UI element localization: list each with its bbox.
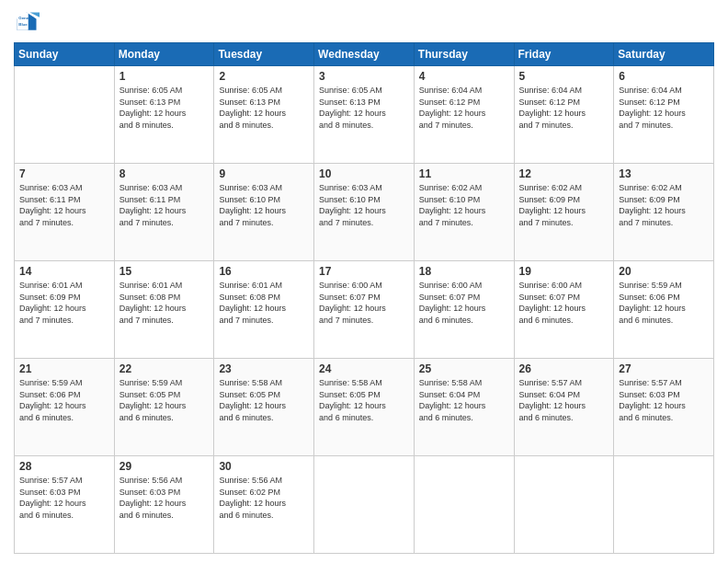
calendar-cell: 2Sunrise: 6:05 AM Sunset: 6:13 PM Daylig… (214, 66, 314, 164)
header: General Blue (14, 9, 714, 35)
calendar-cell (314, 456, 415, 554)
day-number: 11 (419, 167, 509, 180)
calendar-cell: 26Sunrise: 5:57 AM Sunset: 6:04 PM Dayli… (514, 359, 614, 456)
col-monday: Monday (114, 43, 214, 66)
day-info: Sunrise: 6:01 AM Sunset: 6:08 PM Dayligh… (219, 280, 309, 326)
calendar-cell: 19Sunrise: 6:00 AM Sunset: 6:07 PM Dayli… (514, 261, 614, 359)
day-number: 23 (219, 362, 309, 375)
col-wednesday: Wednesday (314, 43, 415, 66)
day-number: 16 (219, 265, 309, 278)
day-info: Sunrise: 5:58 AM Sunset: 6:05 PM Dayligh… (219, 377, 309, 423)
day-number: 4 (419, 70, 509, 83)
day-number: 3 (319, 70, 409, 83)
day-number: 18 (419, 265, 509, 278)
calendar-cell: 28Sunrise: 5:57 AM Sunset: 6:03 PM Dayli… (15, 456, 115, 554)
calendar-cell: 1Sunrise: 6:05 AM Sunset: 6:13 PM Daylig… (114, 66, 214, 164)
day-info: Sunrise: 5:59 AM Sunset: 6:06 PM Dayligh… (619, 280, 709, 326)
day-number: 21 (19, 362, 109, 375)
day-number: 20 (619, 265, 709, 278)
day-number: 2 (219, 70, 309, 83)
day-info: Sunrise: 5:59 AM Sunset: 6:06 PM Dayligh… (19, 377, 109, 423)
calendar-cell: 23Sunrise: 5:58 AM Sunset: 6:05 PM Dayli… (214, 359, 314, 456)
calendar-cell: 9Sunrise: 6:03 AM Sunset: 6:10 PM Daylig… (214, 164, 314, 261)
day-number: 22 (119, 362, 210, 375)
day-info: Sunrise: 5:57 AM Sunset: 6:03 PM Dayligh… (19, 475, 109, 521)
day-number: 6 (619, 70, 709, 83)
day-number: 10 (319, 167, 409, 180)
svg-text:General: General (18, 16, 33, 20)
calendar-cell: 16Sunrise: 6:01 AM Sunset: 6:08 PM Dayli… (214, 261, 314, 359)
day-number: 15 (119, 265, 210, 278)
logo-icon: General Blue (14, 9, 40, 35)
calendar-cell (414, 456, 514, 554)
col-thursday: Thursday (414, 43, 514, 66)
day-number: 25 (419, 362, 509, 375)
day-info: Sunrise: 6:03 AM Sunset: 6:10 PM Dayligh… (219, 182, 309, 228)
day-info: Sunrise: 6:02 AM Sunset: 6:09 PM Dayligh… (619, 182, 709, 228)
calendar-cell: 3Sunrise: 6:05 AM Sunset: 6:13 PM Daylig… (314, 66, 415, 164)
day-info: Sunrise: 6:03 AM Sunset: 6:11 PM Dayligh… (119, 182, 210, 228)
day-number: 24 (319, 362, 409, 375)
day-number: 29 (119, 460, 210, 473)
calendar-cell (514, 456, 614, 554)
calendar-cell (15, 66, 115, 164)
day-info: Sunrise: 5:57 AM Sunset: 6:03 PM Dayligh… (619, 377, 709, 423)
day-number: 27 (619, 362, 709, 375)
day-info: Sunrise: 6:05 AM Sunset: 6:13 PM Dayligh… (319, 85, 409, 131)
day-info: Sunrise: 5:56 AM Sunset: 6:02 PM Dayligh… (219, 475, 309, 521)
calendar-week-3: 14Sunrise: 6:01 AM Sunset: 6:09 PM Dayli… (15, 261, 714, 359)
calendar-cell (614, 456, 714, 554)
day-number: 28 (19, 460, 109, 473)
calendar-week-5: 28Sunrise: 5:57 AM Sunset: 6:03 PM Dayli… (15, 456, 714, 554)
calendar-cell: 5Sunrise: 6:04 AM Sunset: 6:12 PM Daylig… (514, 66, 614, 164)
calendar-cell: 14Sunrise: 6:01 AM Sunset: 6:09 PM Dayli… (15, 261, 115, 359)
logo: General Blue (14, 9, 43, 35)
day-info: Sunrise: 6:00 AM Sunset: 6:07 PM Dayligh… (319, 280, 409, 326)
calendar-cell: 24Sunrise: 5:58 AM Sunset: 6:05 PM Dayli… (314, 359, 415, 456)
svg-text:Blue: Blue (18, 22, 28, 27)
calendar-cell: 7Sunrise: 6:03 AM Sunset: 6:11 PM Daylig… (15, 164, 115, 261)
col-sunday: Sunday (15, 43, 115, 66)
calendar-week-1: 1Sunrise: 6:05 AM Sunset: 6:13 PM Daylig… (15, 66, 714, 164)
calendar-cell: 6Sunrise: 6:04 AM Sunset: 6:12 PM Daylig… (614, 66, 714, 164)
day-info: Sunrise: 5:58 AM Sunset: 6:05 PM Dayligh… (319, 377, 409, 423)
calendar-cell: 30Sunrise: 5:56 AM Sunset: 6:02 PM Dayli… (214, 456, 314, 554)
day-info: Sunrise: 6:04 AM Sunset: 6:12 PM Dayligh… (419, 85, 509, 131)
day-number: 30 (219, 460, 309, 473)
day-info: Sunrise: 6:00 AM Sunset: 6:07 PM Dayligh… (519, 280, 609, 326)
calendar-cell: 27Sunrise: 5:57 AM Sunset: 6:03 PM Dayli… (614, 359, 714, 456)
day-number: 17 (319, 265, 409, 278)
day-number: 8 (119, 167, 210, 180)
day-info: Sunrise: 6:02 AM Sunset: 6:09 PM Dayligh… (519, 182, 609, 228)
day-info: Sunrise: 6:00 AM Sunset: 6:07 PM Dayligh… (419, 280, 509, 326)
day-info: Sunrise: 6:03 AM Sunset: 6:11 PM Dayligh… (19, 182, 109, 228)
day-number: 19 (519, 265, 609, 278)
calendar-cell: 11Sunrise: 6:02 AM Sunset: 6:10 PM Dayli… (414, 164, 514, 261)
calendar-header-row: Sunday Monday Tuesday Wednesday Thursday… (15, 43, 714, 66)
calendar-week-4: 21Sunrise: 5:59 AM Sunset: 6:06 PM Dayli… (15, 359, 714, 456)
calendar-cell: 10Sunrise: 6:03 AM Sunset: 6:10 PM Dayli… (314, 164, 415, 261)
day-number: 12 (519, 167, 609, 180)
calendar-cell: 8Sunrise: 6:03 AM Sunset: 6:11 PM Daylig… (114, 164, 214, 261)
calendar-cell: 25Sunrise: 5:58 AM Sunset: 6:04 PM Dayli… (414, 359, 514, 456)
calendar-cell: 4Sunrise: 6:04 AM Sunset: 6:12 PM Daylig… (414, 66, 514, 164)
day-number: 7 (19, 167, 109, 180)
calendar-body: 1Sunrise: 6:05 AM Sunset: 6:13 PM Daylig… (15, 66, 714, 554)
day-info: Sunrise: 5:58 AM Sunset: 6:04 PM Dayligh… (419, 377, 509, 423)
day-number: 26 (519, 362, 609, 375)
day-number: 14 (19, 265, 109, 278)
day-info: Sunrise: 6:01 AM Sunset: 6:09 PM Dayligh… (19, 280, 109, 326)
calendar-cell: 22Sunrise: 5:59 AM Sunset: 6:05 PM Dayli… (114, 359, 214, 456)
day-info: Sunrise: 5:59 AM Sunset: 6:05 PM Dayligh… (119, 377, 210, 423)
day-info: Sunrise: 6:05 AM Sunset: 6:13 PM Dayligh… (219, 85, 309, 131)
calendar-table: Sunday Monday Tuesday Wednesday Thursday… (14, 42, 714, 554)
day-number: 13 (619, 167, 709, 180)
col-saturday: Saturday (614, 43, 714, 66)
calendar-cell: 15Sunrise: 6:01 AM Sunset: 6:08 PM Dayli… (114, 261, 214, 359)
day-info: Sunrise: 5:56 AM Sunset: 6:03 PM Dayligh… (119, 475, 210, 521)
calendar-cell: 17Sunrise: 6:00 AM Sunset: 6:07 PM Dayli… (314, 261, 415, 359)
day-info: Sunrise: 6:05 AM Sunset: 6:13 PM Dayligh… (119, 85, 210, 131)
calendar-cell: 29Sunrise: 5:56 AM Sunset: 6:03 PM Dayli… (114, 456, 214, 554)
page: General Blue Sunday Monday Tuesday Wedne… (0, 0, 728, 563)
day-info: Sunrise: 5:57 AM Sunset: 6:04 PM Dayligh… (519, 377, 609, 423)
